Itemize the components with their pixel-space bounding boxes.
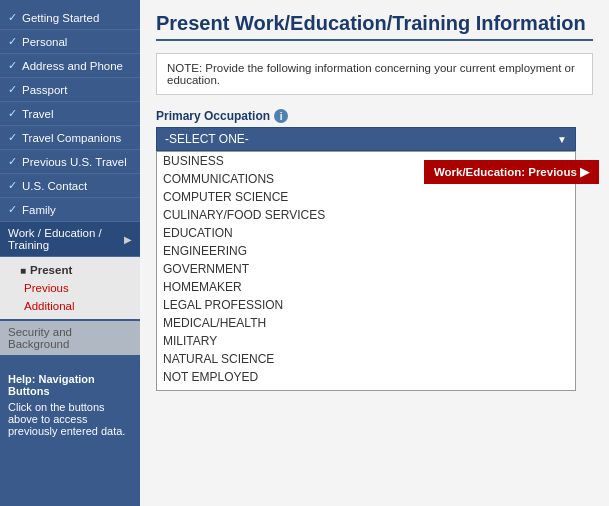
check-icon: ✓ [8,107,17,120]
check-icon: ✓ [8,59,17,72]
primary-occupation-dropdown-header[interactable]: -SELECT ONE- ▼ [156,127,576,151]
check-icon: ✓ [8,203,17,216]
dropdown-option-natural_science[interactable]: NATURAL SCIENCE [157,350,575,368]
sidebar-item-work-education[interactable]: Work / Education / Training ▶ [0,222,140,257]
sub-item-label: Present [30,264,72,276]
primary-occupation-dropdown-list[interactable]: BUSINESSCOMMUNICATIONSCOMPUTER SCIENCECU… [156,151,576,391]
info-icon[interactable]: i [274,109,288,123]
sub-item-additional[interactable]: Additional [14,297,140,315]
dropdown-option-government[interactable]: GOVERNMENT [157,260,575,278]
bullet-icon: ■ [20,265,26,276]
sidebar-item-travel[interactable]: ✓ Travel [0,102,140,126]
sidebar-item-passport[interactable]: ✓ Passport [0,78,140,102]
check-icon: ✓ [8,83,17,96]
sidebar-item-label: U.S. Contact [22,180,87,192]
sidebar-item-label: Personal [22,36,67,48]
help-box: Help: Navigation Buttons Click on the bu… [0,365,140,445]
work-education-previous-button[interactable]: Work/Education: Previous ▶ [424,160,599,184]
dropdown-option-engineering[interactable]: ENGINEERING [157,242,575,260]
chevron-right-icon: ▶ [124,234,132,245]
dropdown-option-culinary_food[interactable]: CULINARY/FOOD SERVICES [157,206,575,224]
check-icon: ✓ [8,179,17,192]
sidebar-item-travel-companions[interactable]: ✓ Travel Companions [0,126,140,150]
main-content: Present Work/Education/Training Informat… [140,0,609,506]
sidebar-item-address-phone[interactable]: ✓ Address and Phone [0,54,140,78]
sub-item-previous[interactable]: Previous [14,279,140,297]
sidebar-item-label: Family [22,204,56,216]
sidebar-item-personal[interactable]: ✓ Personal [0,30,140,54]
check-icon: ✓ [8,155,17,168]
dropdown-option-medical[interactable]: MEDICAL/HEALTH [157,314,575,332]
sidebar-item-label: Previous U.S. Travel [22,156,127,168]
dropdown-option-not_employed[interactable]: NOT EMPLOYED [157,368,575,386]
sidebar-item-family[interactable]: ✓ Family [0,198,140,222]
sub-menu-work: ■ Present Previous Additional [0,257,140,319]
primary-occupation-label: Primary Occupation i [156,109,593,123]
help-text: Click on the buttons above to access pre… [8,401,132,437]
sidebar-item-label: Travel Companions [22,132,121,144]
dropdown-option-physical_sciences[interactable]: PHYSICAL SCIENCES [157,386,575,391]
sub-item-label: Previous [24,282,69,294]
sidebar-item-prev-us-travel[interactable]: ✓ Previous U.S. Travel [0,150,140,174]
sidebar-item-getting-started[interactable]: ✓ Getting Started [0,6,140,30]
sidebar-item-label: Getting Started [22,12,99,24]
sidebar-item-label: Work / Education / Training [8,227,124,251]
sidebar: ✓ Getting Started ✓ Personal ✓ Address a… [0,0,140,506]
sidebar-item-label: Passport [22,84,67,96]
dropdown-option-military[interactable]: MILITARY [157,332,575,350]
sub-item-label: Additional [24,300,75,312]
nav-prev-label: Work/Education: Previous ▶ [434,165,589,179]
note-text: NOTE: Provide the following information … [167,62,575,86]
dropdown-option-legal[interactable]: LEGAL PROFESSION [157,296,575,314]
check-icon: ✓ [8,35,17,48]
select-placeholder: -SELECT ONE- [165,132,249,146]
sub-item-present[interactable]: ■ Present [14,261,140,279]
dropdown-arrow-icon: ▼ [557,134,567,145]
check-icon: ✓ [8,131,17,144]
dropdown-option-education[interactable]: EDUCATION [157,224,575,242]
help-title: Help: Navigation Buttons [8,373,132,397]
sidebar-security-label: Security and Background [8,326,72,350]
sidebar-item-label: Address and Phone [22,60,123,72]
note-box: NOTE: Provide the following information … [156,53,593,95]
sidebar-item-label: Travel [22,108,54,120]
check-icon: ✓ [8,11,17,24]
dropdown-option-computer_science[interactable]: COMPUTER SCIENCE [157,188,575,206]
page-title: Present Work/Education/Training Informat… [156,12,593,41]
sidebar-item-us-contact[interactable]: ✓ U.S. Contact [0,174,140,198]
dropdown-option-homemaker[interactable]: HOMEMAKER [157,278,575,296]
sidebar-item-security[interactable]: Security and Background [0,321,140,355]
